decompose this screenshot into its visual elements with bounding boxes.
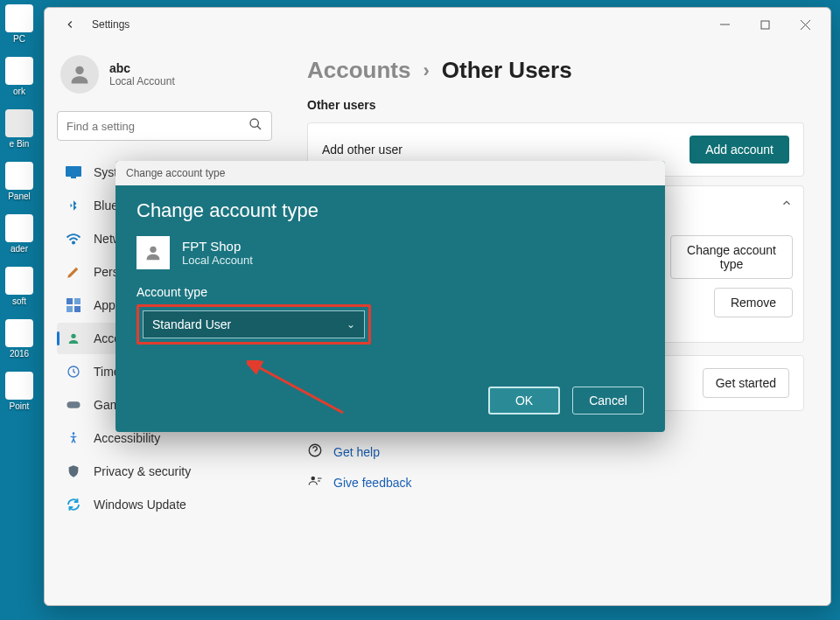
back-button[interactable] (57, 11, 83, 38)
add-user-label: Add other user (322, 143, 402, 157)
svg-point-19 (312, 477, 316, 481)
breadcrumb-current: Other Users (442, 57, 572, 84)
get-help-link[interactable]: Get help (307, 442, 804, 461)
update-icon (66, 497, 81, 512)
section-label: Other users (307, 98, 804, 112)
search-icon (248, 117, 262, 135)
svg-point-9 (73, 241, 74, 243)
chevron-right-icon: › (423, 59, 429, 82)
cancel-button[interactable]: Cancel (572, 387, 644, 414)
dialog-user-sub: Local Account (182, 254, 253, 267)
breadcrumb: Accounts › Other Users (307, 57, 804, 84)
svg-point-17 (73, 432, 75, 435)
desktop-icon[interactable]: PC (2, 4, 37, 52)
change-account-type-button[interactable]: Change account type (670, 235, 793, 279)
change-account-type-dialog: Change account type Change account type … (116, 161, 665, 432)
get-help-label: Get help (333, 445, 380, 459)
titlebar: Settings (45, 8, 830, 41)
accessibility-icon (66, 430, 81, 446)
desktop-icon[interactable]: soft (2, 267, 37, 315)
ok-button[interactable]: OK (488, 387, 560, 414)
nav-privacy[interactable]: Privacy & security (57, 456, 272, 487)
svg-rect-13 (74, 306, 80, 312)
clock-icon (66, 364, 81, 380)
breadcrumb-parent[interactable]: Accounts (307, 57, 410, 84)
give-feedback-label: Give feedback (333, 476, 412, 490)
dialog-user-name: FPT Shop (182, 239, 253, 254)
search-input[interactable] (66, 120, 248, 133)
svg-rect-16 (67, 401, 80, 408)
desktop-icon[interactable]: Panel (2, 162, 37, 210)
profile-subtitle: Local Account (109, 75, 175, 87)
desktop-icon[interactable]: 2016 (2, 319, 37, 367)
system-icon (66, 164, 81, 180)
profile-block[interactable]: abc Local Account (57, 50, 272, 108)
svg-rect-7 (66, 166, 81, 177)
nav-label: Privacy & security (94, 464, 191, 478)
gamepad-icon (66, 397, 81, 413)
brush-icon (66, 264, 81, 280)
minimize-button[interactable] (704, 10, 745, 38)
chevron-down-icon: ⌄ (346, 318, 355, 331)
maximize-button[interactable] (745, 10, 785, 38)
svg-rect-10 (66, 298, 73, 304)
svg-point-4 (75, 66, 83, 74)
svg-rect-8 (71, 177, 76, 178)
account-type-label: Account type (136, 285, 644, 299)
chevron-up-icon[interactable] (780, 197, 793, 212)
dialog-avatar (136, 236, 170, 269)
search-box[interactable] (57, 111, 272, 141)
dialog-titlebar: Change account type (116, 161, 665, 185)
shield-icon (66, 463, 81, 479)
wifi-icon (66, 231, 81, 247)
give-feedback-link[interactable]: Give feedback (307, 473, 804, 491)
svg-rect-12 (66, 306, 73, 312)
window-title: Settings (92, 18, 130, 31)
dialog-heading: Change account type (136, 199, 644, 222)
person-icon (66, 331, 81, 346)
get-started-button[interactable]: Get started (703, 368, 789, 398)
remove-button[interactable]: Remove (714, 288, 793, 317)
desktop-icon[interactable]: ader (2, 214, 37, 262)
svg-rect-1 (761, 21, 769, 29)
desktop-icons: PC ork e Bin Panel ader soft 2016 Point (0, 0, 44, 620)
highlight-annotation: Standard User ⌄ (136, 304, 371, 345)
nav-label: Windows Update (94, 498, 186, 512)
avatar (60, 55, 99, 94)
account-type-select[interactable]: Standard User ⌄ (143, 310, 365, 338)
svg-rect-11 (74, 298, 80, 304)
feedback-icon (307, 473, 323, 491)
svg-point-20 (150, 247, 156, 253)
select-value: Standard User (152, 317, 231, 331)
dialog-user-block: FPT Shop Local Account (136, 236, 644, 269)
help-icon (307, 442, 323, 461)
svg-line-6 (257, 126, 261, 129)
add-account-button[interactable]: Add account (690, 136, 789, 164)
apps-icon (66, 297, 81, 313)
nav-label: Accessibility (94, 431, 160, 445)
svg-point-14 (71, 334, 75, 338)
nav-update[interactable]: Windows Update (57, 489, 272, 520)
svg-point-5 (250, 119, 258, 127)
desktop-icon[interactable]: e Bin (2, 109, 37, 157)
bluetooth-icon (66, 198, 81, 213)
desktop-icon[interactable]: Point (2, 372, 37, 420)
close-button[interactable] (785, 10, 825, 38)
desktop-icon[interactable]: ork (2, 57, 37, 105)
profile-name: abc (109, 61, 175, 75)
